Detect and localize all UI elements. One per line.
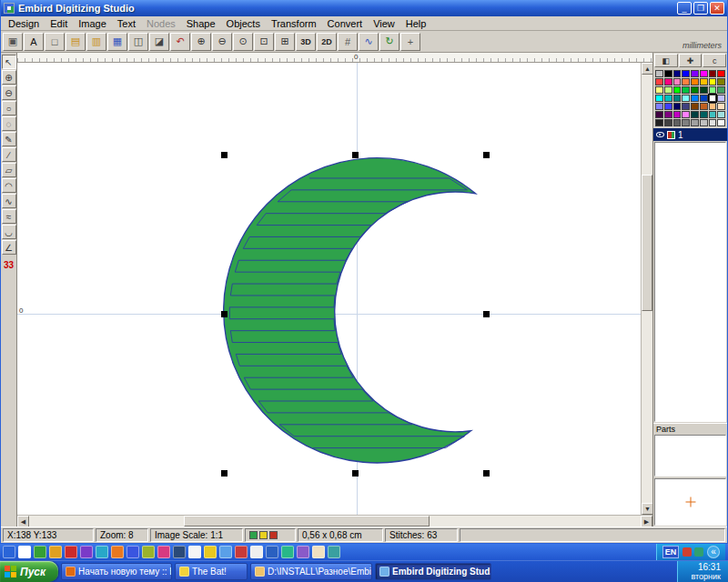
palette-color-41[interactable] <box>664 111 672 118</box>
palette-color-4[interactable] <box>691 70 699 77</box>
quick-launch-icon[interactable] <box>80 546 93 558</box>
palette-color-1[interactable] <box>664 70 672 77</box>
menu-convert[interactable]: Convert <box>322 17 369 30</box>
toolbar-pan-view-button[interactable]: + <box>400 33 420 51</box>
menu-edit[interactable]: Edit <box>45 17 73 30</box>
taskbar-clock[interactable]: 16:31 вторник <box>677 561 728 582</box>
palette-color-46[interactable] <box>709 111 717 118</box>
palette-color-55[interactable] <box>717 119 725 126</box>
visibility-eye-icon[interactable] <box>656 132 664 137</box>
palette-color-14[interactable] <box>709 78 717 85</box>
palette-color-42[interactable] <box>673 111 682 118</box>
toolbar-view-3d-button[interactable]: 3D <box>296 33 316 51</box>
toolbar-zoom-fit-button[interactable]: ⊡ <box>254 33 274 51</box>
quick-launch-icon[interactable] <box>142 546 155 558</box>
palette-color-36[interactable] <box>691 103 699 110</box>
palette-color-45[interactable] <box>700 111 708 118</box>
toolbar-lettering-button[interactable]: A <box>24 33 44 51</box>
toolbar-print-design-button[interactable]: ◫ <box>128 33 148 51</box>
language-indicator[interactable]: EN <box>662 546 679 558</box>
palette-color-27[interactable] <box>682 95 690 102</box>
tool-zoom-out-tool-button[interactable]: ⊖ <box>2 85 16 100</box>
vertical-scroll-track[interactable] <box>642 75 652 503</box>
palette-color-2[interactable] <box>673 70 682 77</box>
palette-color-44[interactable] <box>691 111 699 118</box>
palette-color-48[interactable] <box>655 119 663 126</box>
quick-launch-icon[interactable] <box>173 546 186 558</box>
toolbar-redraw-button[interactable]: ↻ <box>379 33 399 51</box>
tool-arc-tool-button[interactable]: ◠ <box>2 178 16 193</box>
palette-color-38[interactable] <box>709 103 717 110</box>
palette-color-37[interactable] <box>700 103 708 110</box>
quick-launch-icon[interactable] <box>3 546 15 558</box>
palette-color-20[interactable] <box>691 86 699 94</box>
menu-view[interactable]: View <box>368 17 400 30</box>
tool-angle-tool-button[interactable]: ∠ <box>2 240 16 255</box>
palette-color-31[interactable] <box>717 95 725 102</box>
palette-color-16[interactable] <box>655 86 663 94</box>
quick-launch-icon[interactable] <box>266 546 278 558</box>
quick-launch-icon[interactable] <box>328 546 340 558</box>
menu-design[interactable]: Design <box>3 17 45 30</box>
palette-color-21[interactable] <box>700 86 708 94</box>
toolbar-zoom-all-button[interactable]: ⊞ <box>275 33 295 51</box>
palette-color-51[interactable] <box>682 119 690 126</box>
selection-handle[interactable] <box>483 311 490 317</box>
vertical-scrollbar[interactable]: ▲ ▼ <box>641 63 652 515</box>
crescent-design[interactable] <box>17 63 641 515</box>
tool-wave-tool-button[interactable]: ∿ <box>2 194 16 208</box>
toolbar-save-design-button[interactable]: ▦ <box>107 33 127 51</box>
quick-launch-icon[interactable] <box>281 546 294 558</box>
palette-color-47[interactable] <box>717 111 725 118</box>
toolbar-stitch-simulator-button[interactable]: ∿ <box>359 33 379 51</box>
selection-handle[interactable] <box>352 470 359 477</box>
tray-icon[interactable] <box>682 547 692 557</box>
start-button[interactable]: Пуск <box>0 561 58 582</box>
maximize-icon[interactable]: ❐ <box>693 2 708 15</box>
quick-launch-icon[interactable] <box>18 546 31 558</box>
color-add-button[interactable]: ✚ <box>679 54 703 67</box>
palette-color-19[interactable] <box>682 86 690 94</box>
palette-color-22[interactable] <box>709 86 717 94</box>
palette-color-40[interactable] <box>655 111 663 118</box>
palette-color-29[interactable] <box>700 95 708 102</box>
palette-color-11[interactable] <box>682 78 690 85</box>
palette-color-17[interactable] <box>664 86 672 94</box>
quick-launch-icon[interactable] <box>126 546 139 558</box>
canvas[interactable]: 0 <box>17 63 641 515</box>
title-bar[interactable]: Embird Digitizing Studio _ ❐ ✕ <box>1 0 727 16</box>
color-up-button[interactable]: ◧ <box>654 54 678 67</box>
palette-color-35[interactable] <box>682 103 690 110</box>
quick-launch-icon[interactable] <box>219 546 232 558</box>
menu-image[interactable]: Image <box>73 17 112 30</box>
task-button[interactable]: Начать новую тему :: В... <box>61 563 172 580</box>
close-icon[interactable]: ✕ <box>710 2 724 15</box>
palette-color-52[interactable] <box>691 119 699 126</box>
selection-handle[interactable] <box>352 152 359 158</box>
thread-catalog-button[interactable]: c <box>703 54 726 67</box>
palette-color-0[interactable] <box>655 70 663 77</box>
tool-fill-tool-button[interactable]: ≈ <box>2 209 16 224</box>
quick-launch-icon[interactable] <box>297 546 309 558</box>
palette-color-49[interactable] <box>664 119 672 126</box>
toolbar-copy-design-button[interactable]: ◪ <box>149 33 169 51</box>
palette-color-10[interactable] <box>673 78 682 85</box>
palette-color-24[interactable] <box>655 95 663 102</box>
palette-color-32[interactable] <box>655 103 663 110</box>
tray-icon[interactable] <box>694 547 703 557</box>
menu-text[interactable]: Text <box>112 17 141 30</box>
menu-shape[interactable]: Shape <box>181 17 221 30</box>
quick-launch-icon[interactable] <box>250 546 263 558</box>
vertical-scroll-thumb[interactable] <box>642 175 652 311</box>
selection-handle[interactable] <box>221 152 228 158</box>
palette-color-43[interactable] <box>682 111 690 118</box>
quick-launch-icon[interactable] <box>188 546 201 558</box>
minimize-icon[interactable]: _ <box>677 2 692 15</box>
palette-color-30[interactable] <box>709 95 717 102</box>
palette-color-9[interactable] <box>664 78 672 85</box>
toolbar-grid-toggle-button[interactable]: # <box>338 33 358 51</box>
quick-launch-icon[interactable] <box>49 546 62 558</box>
menu-objects[interactable]: Objects <box>221 17 266 30</box>
quick-launch-icon[interactable] <box>235 546 248 558</box>
menu-nodes[interactable]: Nodes <box>141 17 181 30</box>
